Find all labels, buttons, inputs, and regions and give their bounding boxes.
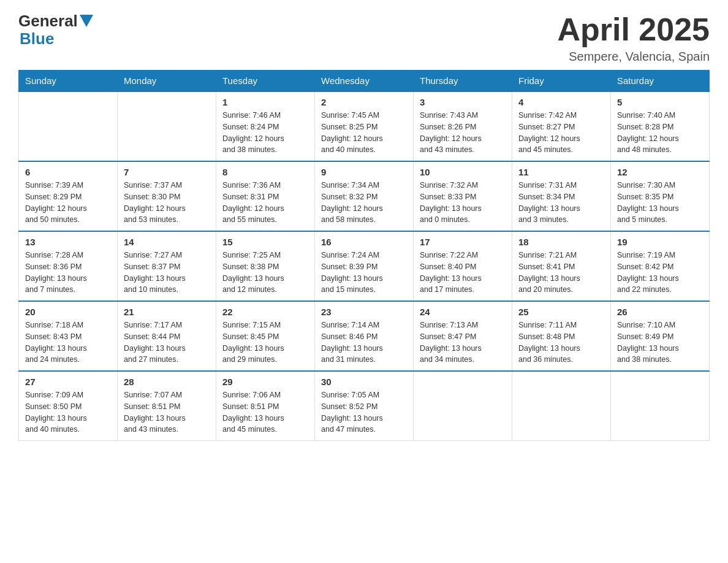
day-number: 15 bbox=[222, 237, 308, 247]
day-info: Sunrise: 7:27 AM Sunset: 8:37 PM Dayligh… bbox=[124, 250, 210, 296]
column-header-tuesday: Tuesday bbox=[216, 71, 315, 92]
calendar-cell bbox=[118, 91, 216, 161]
day-info: Sunrise: 7:31 AM Sunset: 8:34 PM Dayligh… bbox=[518, 180, 604, 226]
calendar-cell: 30Sunrise: 7:05 AM Sunset: 8:52 PM Dayli… bbox=[315, 371, 414, 441]
logo-triangle-icon bbox=[80, 15, 93, 28]
day-info: Sunrise: 7:17 AM Sunset: 8:44 PM Dayligh… bbox=[124, 320, 210, 366]
calendar-cell: 9Sunrise: 7:34 AM Sunset: 8:32 PM Daylig… bbox=[315, 161, 414, 231]
day-number: 7 bbox=[124, 167, 210, 177]
calendar-cell: 3Sunrise: 7:43 AM Sunset: 8:26 PM Daylig… bbox=[414, 91, 512, 161]
day-info: Sunrise: 7:09 AM Sunset: 8:50 PM Dayligh… bbox=[25, 389, 111, 435]
day-info: Sunrise: 7:36 AM Sunset: 8:31 PM Dayligh… bbox=[222, 180, 308, 226]
logo-general-text: General bbox=[18, 12, 78, 30]
calendar-cell: 21Sunrise: 7:17 AM Sunset: 8:44 PM Dayli… bbox=[118, 301, 216, 371]
calendar-cell: 13Sunrise: 7:28 AM Sunset: 8:36 PM Dayli… bbox=[19, 231, 118, 301]
calendar-header-row: SundayMondayTuesdayWednesdayThursdayFrid… bbox=[19, 71, 710, 92]
day-number: 19 bbox=[617, 237, 703, 247]
day-number: 8 bbox=[222, 167, 308, 177]
calendar-cell bbox=[414, 371, 512, 441]
day-info: Sunrise: 7:28 AM Sunset: 8:36 PM Dayligh… bbox=[25, 250, 111, 296]
calendar-cell: 10Sunrise: 7:32 AM Sunset: 8:33 PM Dayli… bbox=[414, 161, 512, 231]
column-header-thursday: Thursday bbox=[414, 71, 512, 92]
day-number: 18 bbox=[518, 237, 604, 247]
day-info: Sunrise: 7:22 AM Sunset: 8:40 PM Dayligh… bbox=[420, 250, 506, 296]
day-info: Sunrise: 7:32 AM Sunset: 8:33 PM Dayligh… bbox=[420, 180, 506, 226]
day-info: Sunrise: 7:42 AM Sunset: 8:27 PM Dayligh… bbox=[518, 110, 604, 156]
calendar-cell: 2Sunrise: 7:45 AM Sunset: 8:25 PM Daylig… bbox=[315, 91, 414, 161]
calendar-week-row: 13Sunrise: 7:28 AM Sunset: 8:36 PM Dayli… bbox=[19, 231, 710, 301]
calendar-cell: 12Sunrise: 7:30 AM Sunset: 8:35 PM Dayli… bbox=[611, 161, 710, 231]
calendar-cell: 4Sunrise: 7:42 AM Sunset: 8:27 PM Daylig… bbox=[512, 91, 611, 161]
page-header: General Blue April 2025 Sempere, Valenci… bbox=[18, 12, 710, 64]
calendar-cell: 22Sunrise: 7:15 AM Sunset: 8:45 PM Dayli… bbox=[216, 301, 315, 371]
calendar-cell: 6Sunrise: 7:39 AM Sunset: 8:29 PM Daylig… bbox=[19, 161, 118, 231]
location-title: Sempere, Valencia, Spain bbox=[557, 50, 710, 64]
day-info: Sunrise: 7:43 AM Sunset: 8:26 PM Dayligh… bbox=[420, 110, 506, 156]
calendar-cell: 14Sunrise: 7:27 AM Sunset: 8:37 PM Dayli… bbox=[118, 231, 216, 301]
calendar-cell bbox=[512, 371, 611, 441]
calendar-cell: 27Sunrise: 7:09 AM Sunset: 8:50 PM Dayli… bbox=[19, 371, 118, 441]
day-info: Sunrise: 7:40 AM Sunset: 8:28 PM Dayligh… bbox=[617, 110, 703, 156]
logo-blue-text: Blue bbox=[20, 30, 54, 48]
day-info: Sunrise: 7:34 AM Sunset: 8:32 PM Dayligh… bbox=[321, 180, 407, 226]
day-number: 3 bbox=[420, 97, 506, 107]
day-number: 6 bbox=[25, 167, 111, 177]
logo: General Blue bbox=[18, 12, 93, 47]
calendar-week-row: 27Sunrise: 7:09 AM Sunset: 8:50 PM Dayli… bbox=[19, 371, 710, 441]
column-header-friday: Friday bbox=[512, 71, 611, 92]
calendar-cell: 24Sunrise: 7:13 AM Sunset: 8:47 PM Dayli… bbox=[414, 301, 512, 371]
day-info: Sunrise: 7:07 AM Sunset: 8:51 PM Dayligh… bbox=[124, 389, 210, 435]
calendar-cell bbox=[19, 91, 118, 161]
day-info: Sunrise: 7:30 AM Sunset: 8:35 PM Dayligh… bbox=[617, 180, 703, 226]
calendar-cell: 26Sunrise: 7:10 AM Sunset: 8:49 PM Dayli… bbox=[611, 301, 710, 371]
day-number: 30 bbox=[321, 377, 407, 387]
day-number: 25 bbox=[518, 307, 604, 317]
day-number: 13 bbox=[25, 237, 111, 247]
calendar-cell: 8Sunrise: 7:36 AM Sunset: 8:31 PM Daylig… bbox=[216, 161, 315, 231]
calendar-cell: 17Sunrise: 7:22 AM Sunset: 8:40 PM Dayli… bbox=[414, 231, 512, 301]
day-number: 24 bbox=[420, 307, 506, 317]
day-number: 2 bbox=[321, 97, 407, 107]
day-number: 27 bbox=[25, 377, 111, 387]
column-header-saturday: Saturday bbox=[611, 71, 710, 92]
calendar-week-row: 1Sunrise: 7:46 AM Sunset: 8:24 PM Daylig… bbox=[19, 91, 710, 161]
month-title: April 2025 bbox=[557, 12, 710, 47]
calendar-cell: 15Sunrise: 7:25 AM Sunset: 8:38 PM Dayli… bbox=[216, 231, 315, 301]
day-number: 10 bbox=[420, 167, 506, 177]
calendar-cell: 18Sunrise: 7:21 AM Sunset: 8:41 PM Dayli… bbox=[512, 231, 611, 301]
title-block: April 2025 Sempere, Valencia, Spain bbox=[557, 12, 710, 64]
day-number: 23 bbox=[321, 307, 407, 317]
day-info: Sunrise: 7:15 AM Sunset: 8:45 PM Dayligh… bbox=[222, 320, 308, 366]
day-info: Sunrise: 7:11 AM Sunset: 8:48 PM Dayligh… bbox=[518, 320, 604, 366]
day-info: Sunrise: 7:24 AM Sunset: 8:39 PM Dayligh… bbox=[321, 250, 407, 296]
day-number: 4 bbox=[518, 97, 604, 107]
day-number: 11 bbox=[518, 167, 604, 177]
column-header-sunday: Sunday bbox=[19, 71, 118, 92]
calendar-cell: 16Sunrise: 7:24 AM Sunset: 8:39 PM Dayli… bbox=[315, 231, 414, 301]
calendar-week-row: 20Sunrise: 7:18 AM Sunset: 8:43 PM Dayli… bbox=[19, 301, 710, 371]
day-number: 1 bbox=[222, 97, 308, 107]
calendar-table: SundayMondayTuesdayWednesdayThursdayFrid… bbox=[18, 70, 710, 441]
day-info: Sunrise: 7:05 AM Sunset: 8:52 PM Dayligh… bbox=[321, 389, 407, 435]
day-number: 29 bbox=[222, 377, 308, 387]
day-number: 5 bbox=[617, 97, 703, 107]
day-number: 22 bbox=[222, 307, 308, 317]
day-number: 12 bbox=[617, 167, 703, 177]
calendar-cell: 23Sunrise: 7:14 AM Sunset: 8:46 PM Dayli… bbox=[315, 301, 414, 371]
column-header-wednesday: Wednesday bbox=[315, 71, 414, 92]
calendar-cell bbox=[611, 371, 710, 441]
column-header-monday: Monday bbox=[118, 71, 216, 92]
svg-marker-0 bbox=[80, 15, 93, 27]
calendar-cell: 1Sunrise: 7:46 AM Sunset: 8:24 PM Daylig… bbox=[216, 91, 315, 161]
day-info: Sunrise: 7:25 AM Sunset: 8:38 PM Dayligh… bbox=[222, 250, 308, 296]
day-number: 26 bbox=[617, 307, 703, 317]
day-info: Sunrise: 7:10 AM Sunset: 8:49 PM Dayligh… bbox=[617, 320, 703, 366]
calendar-cell: 19Sunrise: 7:19 AM Sunset: 8:42 PM Dayli… bbox=[611, 231, 710, 301]
calendar-cell: 20Sunrise: 7:18 AM Sunset: 8:43 PM Dayli… bbox=[19, 301, 118, 371]
day-info: Sunrise: 7:37 AM Sunset: 8:30 PM Dayligh… bbox=[124, 180, 210, 226]
calendar-cell: 25Sunrise: 7:11 AM Sunset: 8:48 PM Dayli… bbox=[512, 301, 611, 371]
calendar-week-row: 6Sunrise: 7:39 AM Sunset: 8:29 PM Daylig… bbox=[19, 161, 710, 231]
day-number: 14 bbox=[124, 237, 210, 247]
day-number: 21 bbox=[124, 307, 210, 317]
calendar-cell: 11Sunrise: 7:31 AM Sunset: 8:34 PM Dayli… bbox=[512, 161, 611, 231]
